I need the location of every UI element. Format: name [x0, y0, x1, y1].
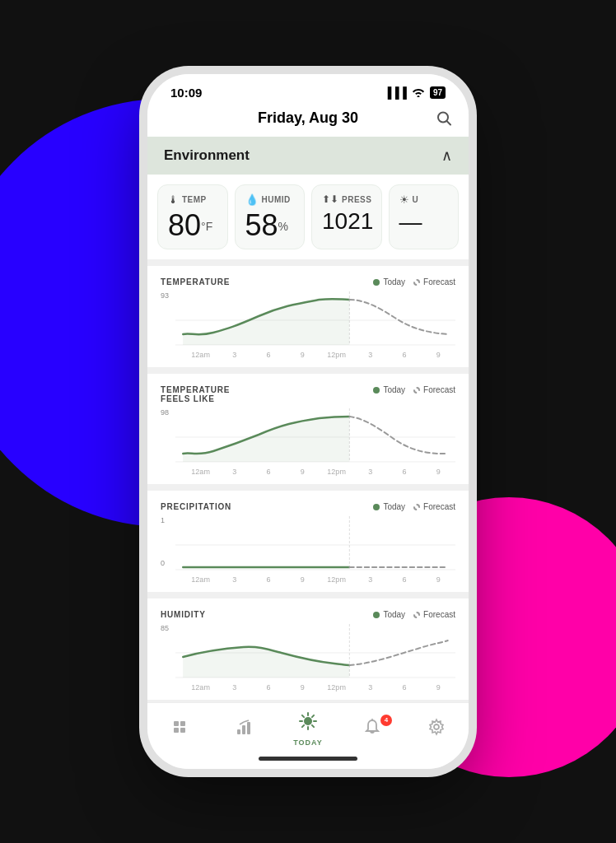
- home-indicator: [147, 752, 469, 769]
- today-legend-dot: [373, 279, 380, 286]
- temp-y-label: 93: [161, 291, 169, 300]
- wifi-icon: [412, 86, 425, 100]
- svg-line-30: [312, 715, 314, 717]
- environment-section-header[interactable]: Environment ∧: [147, 137, 469, 175]
- status-icons: ▐▐▐ 97: [384, 86, 446, 100]
- svg-rect-15: [174, 728, 179, 733]
- forecast-legend-label: Forecast: [423, 277, 455, 286]
- chevron-up-icon[interactable]: ∧: [441, 147, 452, 165]
- nav-item-home[interactable]: [155, 718, 204, 741]
- status-bar: 10:09 ▐▐▐ 97: [147, 74, 469, 103]
- metric-card-uv: ☀ U —: [389, 184, 460, 249]
- app-header: Friday, Aug 30: [147, 103, 469, 137]
- page-title: Friday, Aug 30: [258, 109, 358, 127]
- today-nav-label: TODAY: [293, 738, 323, 747]
- svg-line-22: [244, 720, 249, 722]
- precipitation-chart-title: PRECIPITATION: [161, 502, 231, 511]
- chart-legend-precip: Today Forecast: [373, 502, 455, 511]
- alerts-badge: 4: [380, 715, 392, 726]
- svg-rect-20: [247, 722, 250, 734]
- humid-value: 58%: [245, 211, 295, 240]
- svg-point-23: [304, 717, 312, 725]
- feels-like-chart-section: TEMPERATUREFEELS LIKE Today Forecast 98: [147, 374, 469, 484]
- today-legend-label-2: Today: [383, 385, 405, 394]
- chart-legend-humid: Today Forecast: [373, 610, 455, 619]
- humid-y-label: 85: [161, 624, 169, 632]
- forecast-legend-dot-3: [413, 504, 420, 510]
- temp-x-labels: 12am 3 6 9 12pm 3 6 9: [175, 349, 455, 359]
- feels-like-chart: [175, 408, 455, 466]
- home-nav-icon: [170, 718, 189, 741]
- alerts-nav-icon: [363, 718, 381, 741]
- search-icon[interactable]: [436, 109, 452, 130]
- svg-line-31: [302, 725, 304, 727]
- today-legend-label-4: Today: [383, 610, 405, 619]
- uv-label: U: [413, 195, 419, 204]
- temp-label: TEMP: [182, 195, 207, 204]
- svg-line-28: [302, 715, 304, 717]
- svg-rect-14: [174, 721, 179, 726]
- nav-item-today[interactable]: TODAY: [283, 711, 333, 747]
- today-legend-label: Today: [383, 277, 405, 286]
- nav-item-alerts[interactable]: 4: [348, 718, 397, 741]
- metric-card-temp: 🌡 TEMP 80°F: [157, 184, 228, 249]
- precipitation-chart: [175, 516, 455, 574]
- home-indicator-bar: [259, 757, 357, 761]
- environment-title: Environment: [164, 147, 250, 164]
- forecast-legend-dot-2: [413, 387, 420, 394]
- forecast-legend-label-3: Forecast: [423, 502, 455, 511]
- precip-x-labels: 12am 3 6 9 12pm 3 6 9: [175, 574, 455, 584]
- humidity-chart-title: HUMIDITY: [161, 610, 206, 619]
- svg-rect-16: [180, 721, 185, 726]
- forecast-legend-label-2: Forecast: [423, 385, 455, 394]
- forecast-legend-label-4: Forecast: [423, 610, 455, 619]
- humid-x-labels: 12am 3 6 9 12pm 3 6 9: [175, 682, 455, 692]
- feels-x-labels: 12am 3 6 9 12pm 3 6 9: [175, 466, 455, 476]
- temp-value: 80°F: [168, 211, 217, 240]
- feels-y-label: 98: [161, 408, 169, 417]
- bottom-navigation: TODAY 4: [147, 702, 469, 752]
- humid-label: HUMID: [262, 195, 291, 204]
- svg-rect-17: [180, 728, 185, 733]
- main-content[interactable]: Environment ∧ 🌡 TEMP 80°F 💧 HUMID: [147, 137, 469, 702]
- nav-item-stats[interactable]: [219, 718, 268, 741]
- nav-item-settings[interactable]: [412, 718, 461, 741]
- temperature-chart-title: TEMPERATURE: [161, 277, 230, 286]
- status-time: 10:09: [170, 86, 202, 100]
- svg-line-21: [240, 722, 244, 724]
- signal-icon: ▐▐▐: [384, 86, 407, 99]
- today-nav-icon: [298, 711, 318, 736]
- press-label: PRESS: [342, 195, 371, 204]
- forecast-legend-dot-4: [413, 612, 420, 618]
- svg-point-33: [434, 724, 439, 729]
- uv-icon: ☀: [399, 193, 409, 206]
- svg-line-1: [447, 121, 451, 125]
- forecast-legend-dot: [413, 279, 420, 286]
- settings-nav-icon: [427, 718, 446, 741]
- metric-card-press: ⬆⬇ PRESS 1021: [311, 184, 382, 249]
- press-icon: ⬆⬇: [322, 193, 338, 205]
- metric-card-humid: 💧 HUMID 58%: [235, 184, 306, 249]
- temperature-chart-section: TEMPERATURE Today Forecast 93: [147, 266, 469, 367]
- humidity-chart: [175, 624, 455, 682]
- precip-y-label-1: 1: [161, 516, 165, 524]
- humid-icon: 💧: [245, 193, 259, 206]
- svg-rect-18: [237, 729, 240, 734]
- precipitation-chart-section: PRECIPITATION Today Forecast 1 0: [147, 491, 469, 592]
- humidity-chart-section: HUMIDITY Today Forecast 85: [147, 598, 469, 700]
- today-legend-dot-3: [373, 504, 380, 510]
- precip-y-label-0: 0: [161, 559, 165, 567]
- today-legend-label-3: Today: [383, 502, 405, 511]
- feels-like-chart-title: TEMPERATUREFEELS LIKE: [161, 385, 230, 403]
- svg-rect-19: [242, 725, 245, 734]
- chart-legend-temp: Today Forecast: [373, 277, 455, 286]
- svg-line-29: [312, 725, 314, 727]
- battery-icon: 97: [430, 86, 446, 99]
- stats-nav-icon: [235, 718, 253, 741]
- today-legend-dot-4: [373, 612, 380, 618]
- temperature-chart: [175, 291, 455, 349]
- chart-legend-feels: Today Forecast: [373, 385, 455, 394]
- uv-value: —: [399, 211, 449, 234]
- temp-icon: 🌡: [168, 193, 179, 206]
- today-legend-dot-2: [373, 387, 380, 394]
